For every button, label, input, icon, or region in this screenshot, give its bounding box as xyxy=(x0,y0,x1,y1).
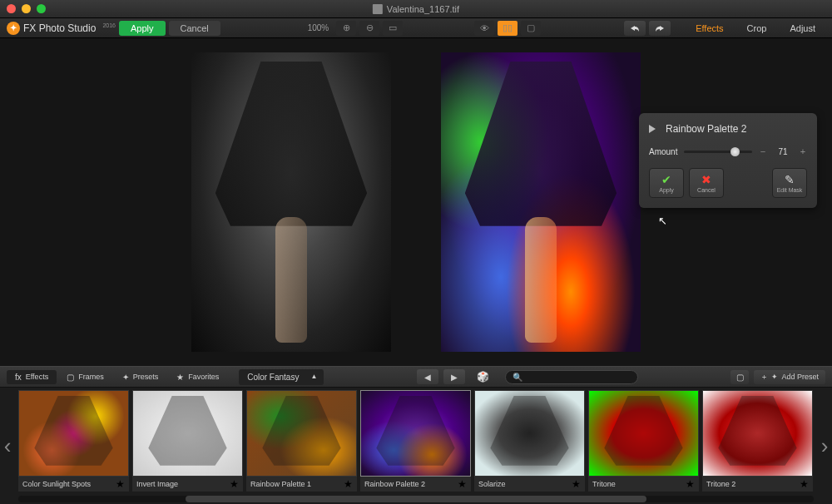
cursor-icon: ↖ xyxy=(658,215,667,227)
thumbnail-tritone[interactable]: Tritone★ xyxy=(588,390,699,492)
strip-tab-favorites[interactable]: ★Favorites xyxy=(168,370,227,384)
horizontal-scrollbar[interactable] xyxy=(18,496,814,502)
grid-view-button[interactable]: ▢ xyxy=(730,370,749,384)
favorite-star-icon[interactable]: ★ xyxy=(116,478,125,490)
thumbnail-rainbow-palette-2[interactable]: Rainbow Palette 2★ xyxy=(360,390,471,492)
cancel-button[interactable]: Cancel xyxy=(169,21,220,36)
plus-icon: ＋ xyxy=(760,372,768,383)
favorite-star-icon[interactable]: ★ xyxy=(572,478,581,490)
thumbnail-image xyxy=(246,390,357,477)
app-logo-icon: ✦ xyxy=(7,22,20,35)
favorite-star-icon[interactable]: ★ xyxy=(230,478,239,490)
thumbnail-image xyxy=(18,390,129,477)
zoom-out-icon[interactable]: ⊖ xyxy=(359,21,379,36)
scrollbar-thumb[interactable] xyxy=(186,496,646,502)
thumbnail-tritone-2[interactable]: Tritone 2★ xyxy=(702,390,813,492)
thumbnail-strip: ‹ Color Sunlight Spots★Invert Image★Rain… xyxy=(0,388,832,504)
thumbnail-rainbow-palette-1[interactable]: Rainbow Palette 1★ xyxy=(246,390,357,492)
search-icon: 🔍 xyxy=(513,373,522,382)
compare-view-icon[interactable]: ▯▯ xyxy=(498,21,518,36)
zoom-level[interactable]: 100% xyxy=(303,23,334,32)
scroll-left-button[interactable]: ‹ xyxy=(0,433,15,459)
frame-icon: ▢ xyxy=(67,373,74,382)
window-titlebar: Valentina_1167.tif xyxy=(0,0,832,18)
category-dropdown[interactable]: Color Fantasy xyxy=(239,369,324,385)
panel-apply-button[interactable]: ✔ Apply xyxy=(649,168,684,198)
thumbnail-image xyxy=(702,390,813,477)
tab-crop[interactable]: Crop xyxy=(737,21,777,36)
favorite-star-icon[interactable]: ★ xyxy=(344,478,353,490)
presets-icon: ✦ xyxy=(122,373,129,382)
preview-image xyxy=(441,52,641,352)
thumbnail-color-sunlight-spots[interactable]: Color Sunlight Spots★ xyxy=(18,390,129,492)
random-icon[interactable]: 🎲 xyxy=(475,369,492,384)
slider-thumb[interactable] xyxy=(730,147,740,156)
play-icon[interactable] xyxy=(649,125,656,133)
thumbnail-invert-image[interactable]: Invert Image★ xyxy=(132,390,243,492)
app-year: 2016 xyxy=(102,22,116,28)
increment-button[interactable]: + xyxy=(799,146,807,156)
zoom-in-icon[interactable]: ⊕ xyxy=(336,21,356,36)
amount-value: 71 xyxy=(774,147,792,156)
star-icon: ★ xyxy=(176,373,184,382)
single-view-icon[interactable]: ▢ xyxy=(521,21,541,36)
thumbnail-image xyxy=(132,390,243,477)
favorite-star-icon[interactable]: ★ xyxy=(686,478,695,490)
thumbnail-label: Rainbow Palette 2 xyxy=(364,480,425,488)
add-preset-button[interactable]: ＋ ✦ Add Preset xyxy=(754,370,825,384)
window-title: Valentina_1167.tif xyxy=(387,4,459,14)
thumbnail-image xyxy=(588,390,699,477)
effect-title: Rainbow Palette 2 xyxy=(666,123,746,135)
favorite-star-icon[interactable]: ★ xyxy=(800,478,809,490)
search-box[interactable]: 🔍 xyxy=(505,370,638,384)
cross-icon: ✖ xyxy=(701,174,711,185)
brush-icon: ✎ xyxy=(785,174,795,185)
sparkle-icon: ✦ xyxy=(771,373,778,381)
thumbnail-image xyxy=(360,390,471,477)
strip-tab-effects[interactable]: fxEffects xyxy=(7,370,57,384)
strip-tab-presets[interactable]: ✦Presets xyxy=(114,370,167,384)
thumbnail-solarize[interactable]: Solarize★ xyxy=(474,390,585,492)
canvas-area: Rainbow Palette 2 Amount − 71 + ✔ Apply … xyxy=(0,38,832,366)
panel-cancel-button[interactable]: ✖ Cancel xyxy=(689,168,724,198)
traffic-lights xyxy=(7,4,46,13)
apply-button[interactable]: Apply xyxy=(119,21,166,36)
thumbnail-label: Tritone 2 xyxy=(706,480,735,488)
tab-adjust[interactable]: Adjust xyxy=(780,21,825,36)
main-toolbar: ✦ FX Photo Studio 2016 Apply Cancel 100%… xyxy=(0,18,832,38)
edit-mask-button[interactable]: ✎ Edit Mask xyxy=(772,168,807,198)
thumbnail-label: Tritone xyxy=(592,480,616,488)
checkmark-icon: ✔ xyxy=(661,174,671,185)
thumbnail-label: Invert Image xyxy=(136,480,178,488)
thumbnail-image xyxy=(474,390,585,477)
strip-tab-frames[interactable]: ▢Frames xyxy=(58,370,112,384)
next-button[interactable]: ▶ xyxy=(443,369,465,384)
strip-toolbar: fxEffects ▢Frames ✦Presets ★Favorites Co… xyxy=(0,366,832,388)
close-window-icon[interactable] xyxy=(7,4,16,13)
amount-slider[interactable] xyxy=(684,151,752,153)
fx-icon: fx xyxy=(15,373,22,382)
favorite-star-icon[interactable]: ★ xyxy=(458,478,467,490)
app-name: FX Photo Studio xyxy=(23,22,96,34)
thumbnail-label: Rainbow Palette 1 xyxy=(250,480,311,488)
redo-button[interactable] xyxy=(649,21,671,36)
decrement-button[interactable]: − xyxy=(759,146,767,156)
original-image xyxy=(191,52,391,352)
thumbnail-label: Solarize xyxy=(478,480,506,488)
thumbnail-label: Color Sunlight Spots xyxy=(22,480,91,488)
search-input[interactable] xyxy=(522,373,631,382)
prev-button[interactable]: ◀ xyxy=(417,369,438,384)
scroll-right-button[interactable]: › xyxy=(817,433,832,459)
amount-label: Amount xyxy=(649,147,677,156)
maximize-window-icon[interactable] xyxy=(37,4,46,13)
minimize-window-icon[interactable] xyxy=(22,4,31,13)
undo-button[interactable] xyxy=(624,21,646,36)
eye-icon[interactable]: 👁 xyxy=(474,21,494,36)
document-icon xyxy=(373,4,383,14)
tab-effects[interactable]: Effects xyxy=(686,21,733,36)
effect-settings-panel: Rainbow Palette 2 Amount − 71 + ✔ Apply … xyxy=(639,113,817,208)
fit-icon[interactable]: ▭ xyxy=(383,21,403,36)
